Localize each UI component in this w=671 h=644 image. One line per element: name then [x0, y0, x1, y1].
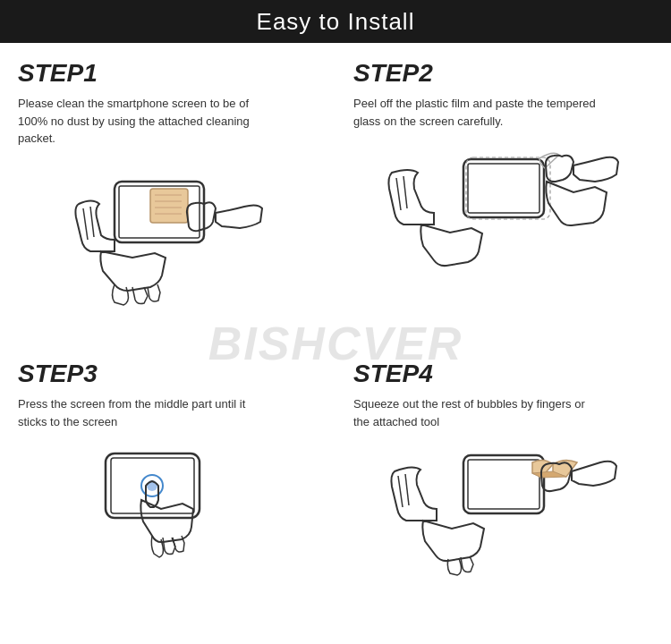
step4-panel: STEP4 Squeeze out the rest of bubbles by… [336, 343, 671, 644]
content-grid: BISHCVER STEP1 Please clean the smartpho… [0, 43, 671, 644]
step3-desc: Press the screen from the middle part un… [18, 395, 268, 430]
step2-title: STEP2 [353, 59, 653, 88]
svg-rect-8 [468, 164, 539, 213]
step1-desc: Please clean the smartphone screen to be… [18, 95, 268, 148]
step1-image [18, 155, 318, 307]
header-title: Easy to Install [257, 8, 415, 36]
step3-title: STEP3 [18, 360, 318, 388]
svg-rect-7 [463, 159, 544, 217]
step2-desc: Peel off the plastic film and paste the … [353, 95, 604, 130]
header: Easy to Install [0, 0, 671, 43]
step4-image [353, 437, 653, 576]
step2-image [353, 137, 653, 280]
step2-panel: STEP2 Peel off the plastic film and past… [336, 43, 671, 343]
svg-rect-15 [468, 460, 539, 509]
step3-panel: STEP3 Press the screen from the middle p… [0, 343, 336, 644]
step1-title: STEP1 [18, 59, 318, 88]
step4-title: STEP4 [353, 360, 653, 388]
step3-image [18, 437, 318, 576]
step1-panel: STEP1 Please clean the smartphone screen… [0, 43, 336, 343]
svg-rect-9 [466, 157, 550, 219]
svg-rect-2 [150, 189, 188, 223]
step4-desc: Squeeze out the rest of bubbles by finge… [353, 395, 604, 430]
